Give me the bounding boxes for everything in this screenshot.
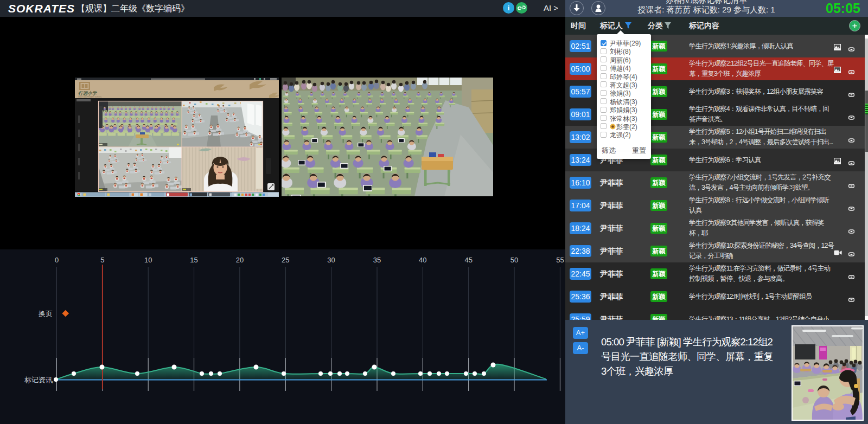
svg-text:标记资讯: 标记资讯 (24, 376, 53, 384)
svg-text:行远小学: 行远小学 (78, 91, 98, 96)
svg-text:55: 55 (556, 256, 564, 264)
svg-text:20: 20 (236, 256, 244, 264)
svg-text:35: 35 (373, 256, 381, 264)
svg-text:10: 10 (144, 256, 152, 264)
svg-text:15: 15 (190, 256, 197, 264)
svg-text:45: 45 (464, 256, 472, 264)
svg-text:0: 0 (55, 256, 59, 264)
svg-text:5: 5 (100, 256, 104, 264)
svg-text:40: 40 (419, 256, 426, 264)
svg-text:50: 50 (510, 256, 518, 264)
svg-text:30: 30 (327, 256, 335, 264)
svg-text:XINGYUAN PRIMARY SCHOOL: XINGYUAN PRIMARY SCHOOL (78, 96, 102, 98)
svg-text:换页: 换页 (38, 310, 53, 318)
svg-text:25: 25 (282, 256, 289, 264)
